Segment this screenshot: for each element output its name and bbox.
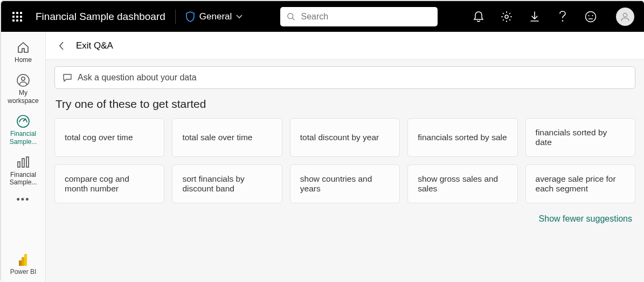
chevron-left-icon — [59, 42, 64, 50]
nav-more-button[interactable]: ••• — [17, 194, 30, 205]
sensitivity-dropdown[interactable]: General — [185, 11, 243, 22]
suggestion-card[interactable]: show countries and years — [290, 164, 400, 203]
exit-label[interactable]: Exit Q&A — [76, 40, 113, 51]
back-button[interactable] — [56, 40, 67, 52]
search-input[interactable] — [301, 12, 432, 22]
suggestions-grid: total cog over time total sale over time… — [54, 118, 635, 203]
main-area: Exit Q&A Ask a question about your data … — [46, 32, 644, 282]
svg-rect-12 — [18, 162, 20, 167]
chevron-down-icon — [236, 15, 243, 19]
topbar-actions — [473, 11, 597, 23]
top-bar: Financial Sample dashboard General — [1, 1, 644, 32]
page-title: Financial Sample dashboard — [36, 11, 165, 23]
search-icon — [287, 12, 295, 22]
svg-point-3 — [562, 20, 563, 21]
svg-point-8 — [624, 13, 627, 17]
nav-dashboard-item[interactable]: Financial Sample... — [1, 111, 45, 149]
suggestion-text: show countries and years — [300, 174, 390, 194]
ask-question-box[interactable]: Ask a question about your data — [54, 66, 635, 89]
settings-icon[interactable] — [501, 11, 513, 23]
nav-report-label: Financial Sample... — [3, 171, 43, 187]
user-avatar[interactable] — [616, 8, 634, 26]
suggestion-text: total cog over time — [65, 133, 133, 142]
svg-point-5 — [588, 15, 589, 16]
svg-point-10 — [22, 77, 25, 80]
suggestion-text: financials sorted by sale — [418, 133, 507, 142]
download-icon[interactable] — [529, 11, 541, 23]
svg-rect-13 — [22, 159, 24, 167]
nav-report-item[interactable]: Financial Sample... — [1, 152, 45, 190]
exit-bar: Exit Q&A — [46, 32, 644, 60]
suggestion-card[interactable]: show gross sales and sales — [407, 164, 517, 203]
bar-chart-icon — [17, 156, 30, 168]
svg-rect-14 — [26, 157, 29, 167]
suggestion-text: compare cog and month number — [65, 174, 154, 194]
suggestion-text: sort financials by discount band — [182, 174, 272, 194]
chat-icon — [63, 73, 72, 82]
person-icon — [620, 11, 631, 22]
suggestion-text: show gross sales and sales — [418, 174, 507, 194]
svg-point-4 — [586, 11, 596, 22]
divider — [175, 10, 176, 24]
suggestion-text: total discount by year — [300, 133, 379, 142]
suggestion-card[interactable]: total discount by year — [290, 118, 400, 157]
suggestion-card[interactable]: average sale price for each segment — [525, 164, 635, 203]
ask-placeholder: Ask a question about your data — [78, 73, 197, 82]
suggestion-card[interactable]: total cog over time — [54, 118, 164, 157]
nav-home-label: Home — [15, 56, 32, 64]
svg-line-1 — [293, 18, 295, 20]
nav-home[interactable]: Home — [1, 37, 45, 67]
nav-powerbi-label: Power BI — [10, 268, 37, 276]
suggestion-text: total sale over time — [182, 133, 252, 142]
svg-rect-17 — [19, 260, 22, 266]
notifications-icon[interactable] — [473, 11, 484, 23]
nav-dashboard-label: Financial Sample... — [3, 130, 43, 146]
search-box[interactable] — [280, 7, 438, 26]
gauge-icon — [16, 114, 30, 128]
svg-point-6 — [592, 15, 593, 16]
app-launcher-icon[interactable] — [11, 10, 24, 23]
show-fewer-link[interactable]: Show fewer suggestions — [54, 214, 632, 224]
person-circle-icon — [16, 73, 30, 87]
svg-rect-15 — [24, 254, 27, 266]
powerbi-icon — [18, 254, 28, 266]
suggestion-text: average sale price for each segment — [536, 174, 625, 194]
svg-point-2 — [505, 15, 508, 18]
suggestions-heading: Try one of these to get started — [56, 98, 635, 111]
left-nav: Home My workspace Financial Sample... Fi… — [1, 32, 46, 282]
nav-my-workspace[interactable]: My workspace — [1, 70, 45, 108]
suggestion-card[interactable]: financials sorted by date — [525, 118, 635, 157]
svg-rect-16 — [22, 257, 24, 266]
suggestion-card[interactable]: compare cog and month number — [54, 164, 164, 203]
svg-point-0 — [288, 13, 293, 18]
nav-my-workspace-label: My workspace — [8, 89, 38, 105]
nav-powerbi[interactable]: Power BI — [10, 254, 37, 276]
sensitivity-label: General — [199, 11, 232, 22]
suggestion-text: financials sorted by date — [536, 128, 625, 147]
home-icon — [17, 41, 30, 54]
suggestion-card[interactable]: total sale over time — [172, 118, 282, 157]
suggestion-card[interactable]: financials sorted by sale — [407, 118, 517, 157]
shield-icon — [185, 11, 195, 22]
help-icon[interactable] — [557, 11, 569, 23]
suggestion-card[interactable]: sort financials by discount band — [172, 164, 282, 203]
feedback-icon[interactable] — [585, 11, 597, 23]
